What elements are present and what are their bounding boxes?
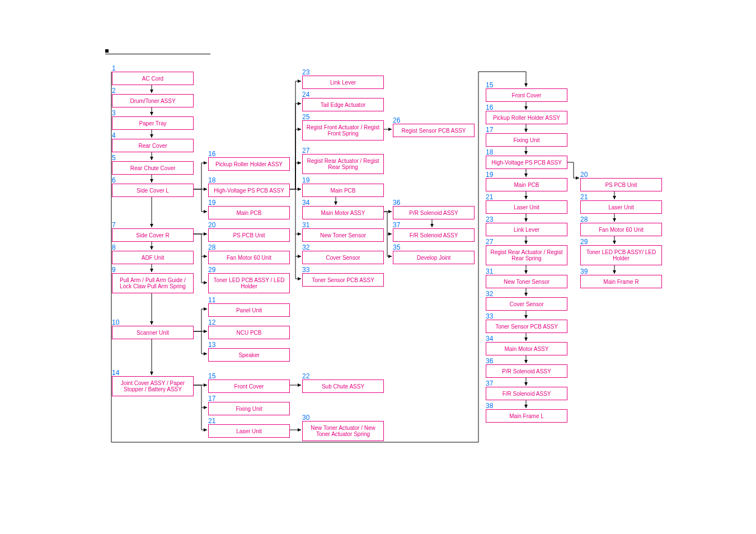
step-box: Sub Chute ASSY [302,380,384,393]
step-num: 34 [302,199,309,207]
step-num: 12 [208,318,215,326]
step-box: Main PCB [486,178,567,191]
step-box: PS PCB Unit [208,228,290,242]
step-box: Paper Tray [112,116,194,130]
step-box: Regist Front Actuator / Regist Front Spr… [302,120,384,140]
step-num: 8 [112,243,116,251]
step-box: Laser Unit [580,200,662,214]
step-num: 23 [486,216,493,223]
step-num: 20 [580,171,588,179]
step-box: Regist Sensor PCB ASSY [393,124,475,137]
step-num: 15 [486,81,493,89]
step-box: Cover Sensor [302,251,384,264]
step-box: Main Frame R [580,275,662,288]
step-num: 6 [112,176,116,184]
step-box: Tail Edge Actuator [302,98,384,111]
step-num: 28 [208,243,215,251]
step-num: 19 [208,199,215,207]
step-num: 31 [486,268,493,275]
step-num: 21 [208,417,215,425]
step-box: Regist Rear Actuator / Regist Rear Sprin… [486,245,567,265]
step-num: 1 [112,64,116,72]
step-num: 9 [112,266,116,274]
step-box: Rear Cover [112,139,194,152]
step-num: 27 [486,238,493,246]
step-num: 24 [302,91,309,99]
step-box: Fan Motor 60 Unit [208,251,290,264]
step-box: Develop Joint [393,251,475,264]
step-num: 18 [208,176,215,184]
step-box: Toner LED PCB ASSY / LED Holder [208,273,290,293]
step-num: 39 [580,268,588,275]
step-box: F/R Solenoid ASSY [393,228,475,242]
step-box: Drum/Toner ASSY [112,94,194,107]
step-box: Side Cover R [112,228,194,242]
step-box: Main PCB [208,206,290,219]
step-box: PS PCB Unit [580,178,662,191]
step-box: P/R Solenoid ASSY [393,206,475,219]
step-num: 33 [302,266,309,274]
step-box: Main Frame L [486,409,567,423]
step-box: NCU PCB [208,326,290,339]
step-num: 13 [208,341,215,349]
step-box: Rear Chute Cover [112,161,194,175]
step-num: 11 [208,296,215,304]
step-num: 26 [393,116,400,124]
step-box: Scanner Unit [112,326,194,339]
step-box: Laser Unit [486,200,567,214]
step-num: 29 [208,266,215,274]
step-num: 36 [486,357,493,365]
step-num: 5 [112,154,116,162]
step-box: Pickup Roller Holder ASSY [208,157,290,171]
step-num: 28 [580,216,588,223]
step-num: 21 [580,193,588,201]
step-num: 19 [302,176,309,184]
step-num: 18 [486,148,493,156]
step-num: 37 [393,221,400,229]
step-box: Front Cover [486,88,567,102]
step-box: Panel Unit [208,303,290,317]
step-box: Main Motor ASSY [302,206,384,219]
step-box: High-Voltage PS PCB ASSY [486,156,567,169]
step-box: Toner LED PCB ASSY/ LED Holder [580,245,662,265]
step-box: Main PCB [302,184,384,197]
step-num: 36 [393,199,400,207]
step-box: Main Motor ASSY [486,342,567,355]
step-box: Cover Sensor [486,297,567,311]
step-box: Fixing Unit [208,402,290,415]
step-num: 20 [208,221,215,229]
step-num: 21 [486,193,493,201]
step-box: Speaker [208,348,290,362]
step-box: Front Cover [208,380,290,393]
step-num: 19 [486,171,493,179]
step-box: Regist Rear Actuator / Regist Rear Sprin… [302,154,384,174]
step-box: Side Cover L [112,184,194,197]
step-box: Link Lever [302,76,384,89]
step-num: 7 [112,221,116,229]
step-num: 31 [302,221,309,229]
step-box: Joint Cover ASSY / Paper Stopper / Batte… [112,376,194,396]
step-box: New Toner Sensor [302,228,384,242]
step-num: 35 [393,243,400,251]
step-num: 17 [208,395,215,402]
step-num: 32 [486,290,493,298]
section-underline [105,54,210,54]
step-box: Link Lever [486,223,567,236]
step-num: 32 [302,243,309,251]
step-box: F/R Solenoid ASSY [486,387,567,400]
step-box: High-Voltage PS PCB ASSY [208,184,290,197]
step-box: New Toner Sensor [486,275,567,288]
step-box: Toner Sensor PCB ASSY [486,320,567,333]
step-num: 22 [302,372,309,380]
step-num: 34 [486,335,493,343]
step-box: Pickup Roller Holder ASSY [486,111,567,124]
step-box: Pull Arm / Pull Arm Guide / Lock Claw Pu… [112,273,194,293]
step-num: 14 [112,369,119,377]
step-num: 29 [580,238,588,246]
step-num: 37 [486,380,493,387]
step-num: 15 [208,372,215,380]
step-num: 38 [486,402,493,410]
step-box: Fan Motor 60 Unit [580,223,662,236]
step-num: 33 [486,312,493,320]
step-num: 4 [112,132,116,139]
